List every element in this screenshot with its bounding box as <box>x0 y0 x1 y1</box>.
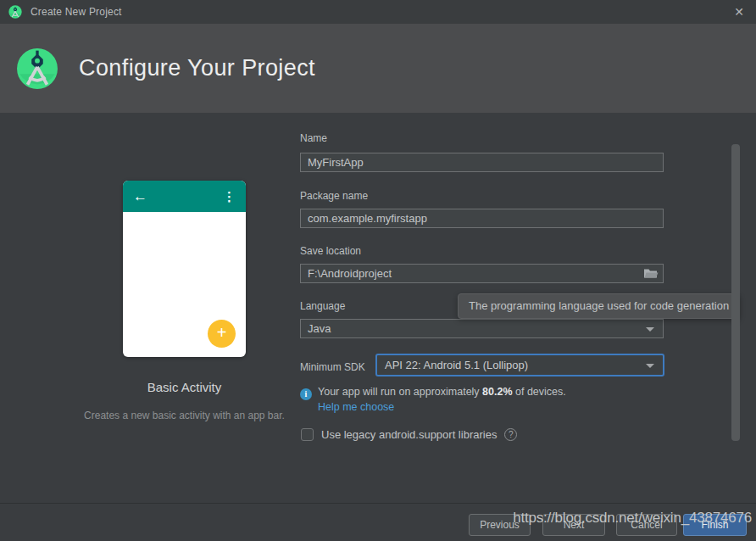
template-name: Basic Activity <box>102 380 267 394</box>
previous-button[interactable]: Previous <box>469 514 531 536</box>
legacy-support-label: Use legacy android.support libraries <box>321 428 497 441</box>
wizard-footer: Previous Next Cancel Finish https://blog… <box>0 503 756 541</box>
android-studio-icon <box>8 5 22 19</box>
wizard-content: ← ⋮ + Basic Activity Creates a new basic… <box>0 113 756 503</box>
template-description: Creates a new basic activity with an app… <box>64 410 305 421</box>
save-location-label: Save location <box>300 245 361 257</box>
cancel-button[interactable]: Cancel <box>616 514 677 536</box>
help-icon[interactable]: ? <box>504 428 517 441</box>
sdk-info-prefix: Your app will run on approximately <box>318 386 482 398</box>
close-icon[interactable]: ✕ <box>731 3 748 20</box>
info-icon: i <box>300 388 312 400</box>
finish-button[interactable]: Finish <box>683 514 747 536</box>
minimum-sdk-dropdown[interactable]: API 22: Android 5.1 (Lollipop) <box>375 354 664 376</box>
chevron-down-icon <box>646 364 654 368</box>
legacy-support-row: Use legacy android.support libraries ? <box>301 428 517 441</box>
language-value: Java <box>308 322 331 335</box>
fab-plus-icon: + <box>208 320 236 348</box>
vertical-scrollbar[interactable] <box>731 144 740 441</box>
overflow-menu-icon: ⋮ <box>223 189 236 204</box>
minimum-sdk-row: Minimum SDK API 22: Android 5.1 (Lollipo… <box>300 359 664 374</box>
window-title: Create New Project <box>31 6 122 18</box>
package-name-label: Package name <box>300 190 368 202</box>
sdk-info-row: iYour app will run on approximately 80.2… <box>300 386 566 400</box>
help-me-choose-link[interactable]: Help me choose <box>318 401 394 413</box>
android-studio-logo-icon <box>16 47 58 90</box>
next-button[interactable]: Next <box>542 514 605 536</box>
wizard-header: Configure Your Project <box>0 24 756 113</box>
minimum-sdk-value: API 22: Android 5.1 (Lollipop) <box>385 359 528 371</box>
language-tooltip: The programming language used for code g… <box>458 293 740 319</box>
language-dropdown[interactable]: Java <box>300 319 664 338</box>
sdk-info-percent: 80.2% <box>482 386 512 398</box>
save-location-input[interactable] <box>300 264 664 283</box>
back-arrow-icon: ← <box>133 188 147 205</box>
preview-appbar: ← ⋮ <box>123 181 246 212</box>
sdk-info-suffix: of devices. <box>513 386 566 398</box>
chevron-down-icon <box>646 327 654 332</box>
folder-icon[interactable] <box>643 267 659 279</box>
minimum-sdk-label: Minimum SDK <box>300 361 370 373</box>
package-name-input[interactable] <box>300 209 664 228</box>
name-input[interactable] <box>300 153 664 172</box>
page-title: Configure Your Project <box>79 55 315 81</box>
name-label: Name <box>300 132 327 144</box>
language-label: Language <box>300 300 345 312</box>
legacy-support-checkbox[interactable] <box>301 428 314 441</box>
template-preview-card: ← ⋮ + <box>123 181 246 357</box>
title-bar: Create New Project ✕ <box>0 0 756 24</box>
